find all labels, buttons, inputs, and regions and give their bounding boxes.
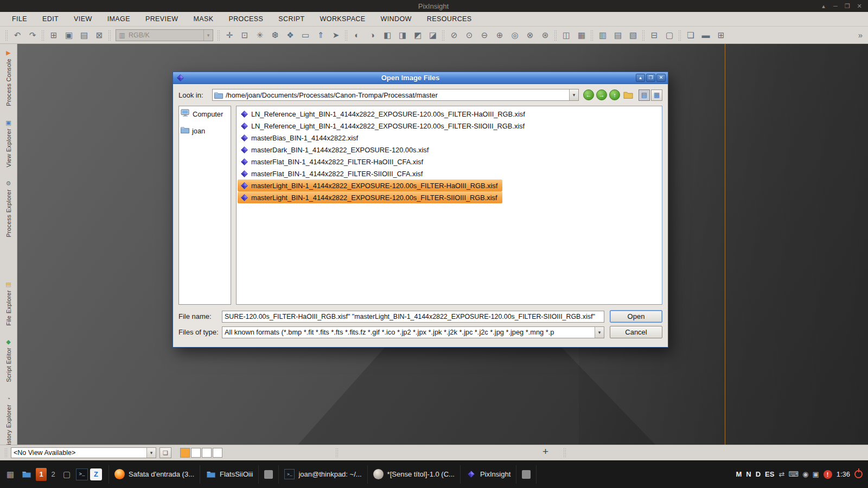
look-in-combo[interactable]: /home/joan/Documents/Processats/Canon-Tr… — [212, 89, 579, 101]
up-button[interactable]: ↑ — [609, 89, 620, 100]
open-button[interactable]: Open — [610, 310, 662, 323]
explorer-panel-icon[interactable]: ▥ — [596, 29, 610, 42]
stf-edit-icon[interactable]: ◑ — [365, 29, 379, 42]
file-name-input[interactable]: SURE-120.00s_FILTER-HaOIII_RGB.xisf" "ma… — [222, 311, 604, 323]
tile-windows-icon[interactable]: ◫ — [559, 29, 573, 42]
file-item[interactable]: LN_Reference_Light_BIN-1_4144x2822_EXPOS… — [238, 120, 529, 132]
file-item[interactable]: masterFlat_BIN-1_4144x2822_FILTER-SIIOII… — [238, 168, 427, 179]
reset-stf-icon[interactable]: ◪ — [426, 29, 440, 42]
terminal-launcher-icon[interactable]: >_ — [76, 468, 88, 480]
menu-process[interactable]: PROCESS — [221, 12, 271, 26]
menu-preview[interactable]: PREVIEW — [138, 12, 186, 26]
list-view-button[interactable]: ▤ — [639, 89, 650, 101]
alert-icon[interactable]: ! — [824, 470, 832, 479]
sidebar-item-script-editor[interactable]: ◆Script Editor — [5, 338, 12, 382]
new-preview-icon[interactable]: ▭ — [298, 29, 312, 42]
histogram-icon[interactable]: ◧ — [380, 29, 394, 42]
new-folder-button[interactable] — [622, 89, 634, 100]
color-swatch-1[interactable] — [180, 448, 190, 458]
updates-icon[interactable]: ▣ — [812, 470, 819, 478]
undo-icon[interactable]: ↶ — [10, 29, 24, 42]
file-item[interactable]: LN_Reference_Light_BIN-1_4144x2822_EXPOS… — [238, 108, 530, 120]
save-window-icon[interactable]: ▤ — [77, 29, 91, 42]
view-selector-dropdown-arrow[interactable]: ▾ — [146, 448, 156, 458]
duplicate-window-icon[interactable]: ▣ — [62, 29, 76, 42]
files-window-button[interactable]: FlatsSiiOiii — [200, 465, 258, 484]
color-swatch-3[interactable] — [202, 448, 212, 458]
screen-settings-icon[interactable]: ▢ — [662, 29, 676, 42]
gimp-window-button[interactable]: *[Sense títol]-1.0 (C... — [367, 465, 460, 484]
readout-mode-icon[interactable]: ❖ — [283, 29, 297, 42]
primary-screen-icon[interactable]: ⊟ — [647, 29, 661, 42]
link-rgb-icon[interactable]: ◩ — [411, 29, 425, 42]
menu-resources[interactable]: RESOURCES — [419, 12, 480, 26]
firefox-window-button[interactable]: Safata d'entrada (3... — [108, 465, 200, 484]
menu-file[interactable]: FILE — [4, 12, 35, 26]
proofing-icon[interactable]: ⊗ — [523, 29, 537, 42]
dialog-close-button[interactable]: ✕ — [656, 74, 666, 82]
pan-mode-icon[interactable]: ✛ — [222, 29, 237, 42]
extra-window-button[interactable] — [516, 465, 537, 484]
menu-mask[interactable]: MASK — [186, 12, 221, 26]
place-computer[interactable]: Computer — [181, 109, 229, 119]
look-in-dropdown-arrow[interactable]: ▾ — [569, 89, 578, 100]
menu-window[interactable]: WINDOW — [373, 12, 419, 26]
minimized-window-button[interactable] — [258, 465, 278, 484]
console-panel-icon[interactable]: ▧ — [626, 29, 640, 42]
sidebar-item-process-console[interactable]: ▶Process Console — [5, 49, 12, 106]
tray-indicator-d[interactable]: D — [756, 470, 761, 478]
stf-auto-icon[interactable]: ◐ — [350, 29, 364, 42]
tray-indicator-m[interactable]: M — [736, 470, 742, 478]
mask-select-icon[interactable]: ⊕ — [493, 29, 507, 42]
gamut-check-icon[interactable]: ⊛ — [538, 29, 552, 42]
color-swatch-4[interactable] — [213, 448, 222, 458]
close-window-icon[interactable]: ⊠ — [92, 29, 106, 42]
dialog-titlebar[interactable]: Open Image Files ▴ ❐ ✕ — [173, 72, 668, 84]
app-menu-icon[interactable]: ▦ — [3, 467, 17, 481]
cascade-windows-icon[interactable]: ▦ — [575, 29, 589, 42]
channel-selector-combo[interactable]: ▥RGB/K▾ — [116, 29, 213, 41]
file-item[interactable]: masterLight_BIN-1_4144x2822_EXPOSURE-120… — [238, 191, 502, 203]
forward-button[interactable]: → — [596, 89, 607, 100]
sidebar-item-file-explorer[interactable]: ▤File Explorer — [5, 281, 12, 326]
file-manager-icon[interactable] — [20, 467, 34, 481]
zoom-1-1-icon[interactable]: ✳ — [253, 29, 267, 42]
toolbar-overflow-icon[interactable]: » — [856, 30, 865, 40]
menu-edit[interactable]: EDIT — [35, 12, 66, 26]
color-swatch-2[interactable] — [191, 448, 201, 458]
sidebar-item-process-explorer[interactable]: ⚙Process Explorer — [5, 180, 12, 237]
text-editor-launcher-icon[interactable]: Z — [90, 468, 102, 480]
mask-show-icon[interactable]: ⊙ — [462, 29, 476, 42]
dynamic-mode-icon[interactable]: ⇑ — [314, 29, 328, 42]
raise-icon[interactable]: ▴ — [819, 2, 828, 10]
files-of-type-combo[interactable]: All known formats (*.bmp *.fit *.fits *.… — [222, 326, 604, 338]
mask-enable-icon[interactable]: ⊘ — [447, 29, 461, 42]
float-window-icon[interactable]: ❏ — [684, 29, 698, 42]
file-item[interactable]: masterFlat_BIN-1_4144x2822_FILTER-HaOIII… — [238, 156, 428, 168]
redo-icon[interactable]: ↷ — [25, 29, 40, 42]
file-item[interactable]: masterBias_BIN-1_4144x2822.xisf — [238, 132, 363, 144]
menu-view[interactable]: VIEW — [66, 12, 100, 26]
terminal-window-button[interactable]: >_joan@thinkpad: ~/... — [278, 465, 367, 484]
tray-indicator-es[interactable]: ES — [765, 470, 774, 478]
shade-window-icon[interactable]: ▬ — [699, 29, 713, 42]
format-explorer-icon[interactable]: ▤ — [611, 29, 625, 42]
cancel-button[interactable]: Cancel — [610, 326, 662, 338]
select-mode-icon[interactable]: ➤ — [329, 29, 343, 42]
tray-indicator-n[interactable]: N — [746, 470, 751, 478]
power-icon[interactable] — [854, 470, 863, 478]
view-selector-combo[interactable]: <No View Available> ▾ — [11, 447, 156, 458]
menu-script[interactable]: SCRIPT — [271, 12, 312, 26]
menu-image[interactable]: IMAGE — [100, 12, 138, 26]
maximize-icon[interactable]: ❐ — [843, 2, 852, 10]
detail-view-button[interactable]: ▦ — [651, 89, 662, 101]
input-switcher-icon[interactable]: ⇄ — [778, 470, 784, 478]
back-button[interactable]: ← — [583, 89, 594, 100]
notifications-icon[interactable]: ◉ — [802, 470, 808, 478]
workspace-1-button[interactable]: 1 — [36, 468, 47, 481]
curves-icon[interactable]: ◨ — [395, 29, 410, 42]
fullscreen-icon[interactable]: ⊞ — [714, 29, 728, 42]
view-mode-button[interactable]: ❏ — [159, 447, 171, 458]
sidebar-item-view-explorer[interactable]: ▣View Explorer — [5, 119, 12, 168]
new-window-icon[interactable]: ⊞ — [47, 29, 61, 42]
